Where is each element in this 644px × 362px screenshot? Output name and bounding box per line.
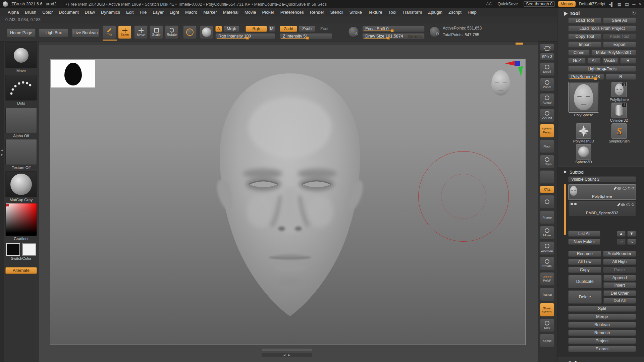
current-material-button[interactable] — [200, 25, 213, 39]
rotate-button[interactable]: Rotate — [165, 25, 178, 39]
tool-slot[interactable]: 2 Cylinder3D — [604, 103, 635, 122]
menu-item[interactable]: Render — [307, 10, 327, 15]
load-tool-button[interactable]: Load Tool — [568, 17, 601, 23]
menu-item[interactable]: Material — [220, 10, 241, 15]
copy-tool-button[interactable]: Copy Tool — [568, 34, 601, 40]
actual-size-button[interactable]: Actual — [540, 93, 554, 107]
zoom-button[interactable]: Zoom — [540, 78, 554, 91]
minimize-icon[interactable]: ─ — [632, 2, 635, 7]
zoom3d-button[interactable]: Zoom3D — [540, 241, 554, 255]
window-layout-icon[interactable]: ▤ — [625, 2, 629, 7]
rename-button[interactable]: Rename — [568, 251, 601, 257]
subtool-up-button[interactable]: ▲ — [617, 231, 626, 237]
see-through-slider[interactable]: See-through 0 — [524, 1, 555, 7]
menu-item[interactable]: Tool — [385, 10, 399, 15]
stroke-curve-icon[interactable]: S — [348, 26, 359, 37]
color-picker[interactable]: Gradient — [5, 203, 37, 241]
copy-subtool-button[interactable]: Copy — [568, 267, 601, 273]
subtool-item[interactable]: PM3D_Sphere3D2 — [568, 201, 636, 216]
rotate-3d-button[interactable]: Rotate — [540, 257, 554, 270]
restore-configuration-icon[interactable]: ↻ — [632, 10, 636, 16]
autoreorder-button[interactable]: AutoReorder — [603, 251, 636, 257]
tool-resolution-slider[interactable]: PolySphere. 48 — [568, 74, 604, 80]
lightbox-button[interactable]: LightBox — [39, 28, 68, 37]
paste-subtool-button[interactable]: Paste — [603, 267, 636, 273]
list-all-button[interactable]: List All — [568, 231, 600, 237]
duplicate-button[interactable]: Duplicate — [568, 275, 602, 288]
tool-slot[interactable]: 2 PolySphere — [604, 82, 635, 102]
move-3d-button[interactable]: Move — [540, 226, 554, 239]
menu-item[interactable]: Edit — [123, 10, 137, 15]
turntable-button[interactable] — [540, 195, 554, 208]
menu-item[interactable]: Movie — [241, 10, 259, 15]
menu-item[interactable]: Alpha — [5, 10, 22, 15]
move-button[interactable]: Move — [134, 25, 148, 39]
current-brush-button[interactable] — [183, 25, 197, 39]
menu-item[interactable]: Macro — [182, 10, 200, 15]
aahalf-button[interactable]: AAHalf — [540, 109, 554, 122]
mrgb-button[interactable]: Mrgb — [223, 26, 239, 32]
new-folder-button[interactable]: New Folder — [568, 239, 600, 245]
boolean-button[interactable]: Boolean — [568, 322, 636, 328]
tool-slot[interactable]: PolyMesh3D — [568, 123, 599, 143]
menu-item[interactable]: Stencil — [327, 10, 346, 15]
insert-button[interactable]: Insert — [603, 282, 636, 288]
append-button[interactable]: Append — [603, 275, 636, 281]
main-color-swatch[interactable] — [6, 243, 20, 256]
visible-count-slider[interactable]: Visible Count 3 — [568, 176, 636, 182]
menu-item[interactable]: Zplugin — [425, 10, 445, 15]
zsub-button[interactable]: Zsub — [299, 26, 315, 32]
menu-item[interactable]: Preferences — [277, 10, 307, 15]
goz-all-button[interactable]: All — [587, 58, 601, 64]
export-button[interactable]: Export — [603, 42, 636, 48]
menu-item[interactable]: Stroke — [346, 10, 365, 15]
material-picker[interactable]: MatCap Gray — [5, 171, 37, 202]
menu-item[interactable]: Zscript — [445, 10, 465, 15]
subtool-scroll-indicator[interactable] — [564, 184, 566, 235]
all-high-button[interactable]: All High — [603, 259, 636, 265]
menu-item[interactable]: Picker — [259, 10, 277, 15]
split-button[interactable]: Split — [568, 306, 636, 312]
menu-item[interactable]: Help — [465, 10, 480, 15]
secondary-color-swatch[interactable] — [22, 243, 36, 256]
render-eye-icon[interactable] — [623, 187, 627, 190]
canvas-bottom-scrollbar[interactable] — [262, 349, 312, 351]
subtool-header[interactable]: Subtool — [564, 169, 636, 175]
goz-visible-button[interactable]: Visible — [602, 58, 619, 64]
clone-button[interactable]: Clone — [568, 50, 590, 56]
load-tools-from-project-button[interactable]: Load Tools From Project — [568, 25, 636, 32]
tool-slot[interactable]: Sphere3D — [568, 144, 599, 164]
subtool-item-active[interactable]: PolySphere — [568, 184, 636, 200]
menu-item[interactable]: Dynamics — [98, 10, 123, 15]
move-into-folder-button[interactable]: ↘ — [627, 239, 636, 245]
alternate-button[interactable]: Alternate — [5, 267, 37, 274]
draw-size-slider[interactable]: Draw Size 191.5874 Dynamic — [362, 33, 425, 39]
collapse-left-icon[interactable]: ◀ — [1, 149, 3, 152]
scale-button[interactable]: Scale — [150, 25, 163, 39]
frame-button[interactable]: Frame — [540, 210, 554, 224]
merge-button[interactable]: Merge — [568, 314, 636, 320]
canvas-top-scrollbar[interactable] — [39, 42, 538, 45]
brush-picker[interactable]: Move — [5, 42, 37, 73]
m-button[interactable]: M — [268, 26, 275, 32]
edit-button[interactable]: Edit — [103, 25, 116, 39]
goz-r-button[interactable]: R — [620, 58, 636, 64]
scroll-left-icon[interactable]: ◀ — [283, 354, 285, 357]
paste-tool-button[interactable]: Paste Tool — [603, 34, 636, 40]
move-out-folder-button[interactable]: ↗ — [617, 239, 626, 245]
difference-icon[interactable] — [628, 187, 630, 189]
left-divider-strip[interactable]: ◀ ▶ — [0, 42, 4, 362]
floor-grid-button[interactable]: Floor — [540, 139, 554, 153]
dynamic-size-icon[interactable]: D — [429, 26, 440, 37]
canvas-bottom-scroll-arrows[interactable]: ◀ ▶ — [262, 353, 312, 357]
ghost-button[interactable]: Ghost Dynamic — [540, 303, 554, 316]
menu-item[interactable]: File — [137, 10, 150, 15]
close-icon[interactable]: × — [639, 2, 641, 7]
spix-slider[interactable]: SPix 3 — [540, 53, 554, 60]
draw-button[interactable]: Draw — [118, 25, 131, 39]
perspective-button[interactable]: Dynamic Persp — [540, 124, 554, 137]
canvas-area[interactable]: ◀ ▶ — [39, 42, 538, 362]
scroll-right-icon[interactable]: ▶ — [288, 354, 290, 357]
rgb-intensity-slider[interactable]: Rgb Intensity 100 — [215, 33, 275, 39]
geometry-subpalette-header[interactable]: Geometry — [568, 359, 636, 362]
